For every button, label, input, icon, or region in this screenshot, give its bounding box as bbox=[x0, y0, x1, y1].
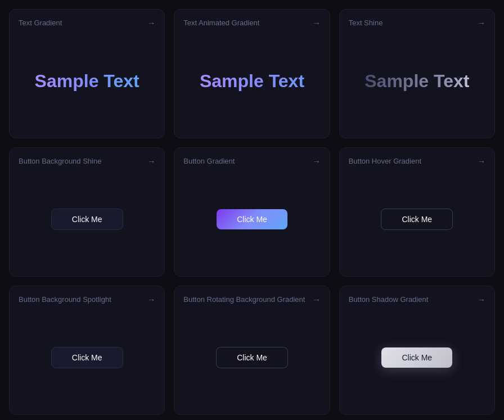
card-title-text-gradient: Text Gradient bbox=[19, 19, 62, 27]
card-text-gradient: Text Gradient→Sample Text bbox=[9, 9, 165, 138]
card-content-text-gradient: Sample Text bbox=[19, 28, 155, 129]
arrow-icon-button-background-shine[interactable]: → bbox=[147, 157, 155, 166]
demo-button-button-gradient[interactable]: Click Me bbox=[217, 209, 287, 229]
card-button-hover-gradient: Button Hover Gradient→Click Me bbox=[339, 147, 495, 277]
arrow-icon-button-hover-gradient[interactable]: → bbox=[478, 157, 485, 166]
card-content-text-shine: Sample Text bbox=[349, 28, 485, 129]
card-content-button-rotating-background-gradient: Click Me bbox=[183, 304, 320, 405]
arrow-icon-text-animated-gradient[interactable]: → bbox=[313, 19, 321, 28]
card-button-gradient: Button Gradient→Click Me bbox=[174, 147, 330, 277]
demo-button-button-rotating-background-gradient[interactable]: Click Me bbox=[216, 347, 288, 368]
card-button-rotating-background-gradient: Button Rotating Background Gradient→Clic… bbox=[174, 286, 330, 415]
demo-button-button-background-shine[interactable]: Click Me bbox=[51, 209, 123, 230]
arrow-icon-button-gradient[interactable]: → bbox=[313, 157, 321, 166]
demo-button-button-shadow-gradient[interactable]: Click Me bbox=[381, 347, 452, 368]
demo-text-text-animated-gradient: Sample Text bbox=[200, 71, 304, 92]
card-title-text-shine: Text Shine bbox=[349, 19, 383, 27]
card-text-shine: Text Shine→Sample Text bbox=[339, 9, 495, 138]
arrow-icon-button-background-spotlight[interactable]: → bbox=[147, 295, 155, 304]
card-text-animated-gradient: Text Animated Gradient→Sample Text bbox=[174, 9, 330, 138]
demo-button-button-hover-gradient[interactable]: Click Me bbox=[381, 209, 453, 230]
card-button-background-spotlight: Button Background Spotlight→Click Me bbox=[9, 286, 165, 415]
card-header-button-background-shine: Button Background Shine→ bbox=[19, 157, 155, 166]
card-title-button-background-shine: Button Background Shine bbox=[19, 157, 101, 165]
card-header-button-gradient: Button Gradient→ bbox=[183, 157, 320, 166]
arrow-icon-button-rotating-background-gradient[interactable]: → bbox=[313, 295, 321, 304]
card-button-shadow-gradient: Button Shadow Gradient→Click Me bbox=[339, 286, 495, 415]
card-title-button-background-spotlight: Button Background Spotlight bbox=[19, 295, 111, 304]
card-header-button-rotating-background-gradient: Button Rotating Background Gradient→ bbox=[183, 295, 320, 304]
card-button-background-shine: Button Background Shine→Click Me bbox=[9, 147, 165, 277]
card-content-button-hover-gradient: Click Me bbox=[349, 166, 485, 267]
card-title-button-rotating-background-gradient: Button Rotating Background Gradient bbox=[183, 295, 305, 304]
arrow-icon-text-gradient[interactable]: → bbox=[147, 19, 155, 28]
card-header-text-gradient: Text Gradient→ bbox=[19, 19, 155, 28]
card-content-button-background-shine: Click Me bbox=[19, 166, 155, 267]
card-title-text-animated-gradient: Text Animated Gradient bbox=[183, 19, 259, 27]
card-content-button-gradient: Click Me bbox=[183, 166, 320, 267]
card-header-button-hover-gradient: Button Hover Gradient→ bbox=[349, 157, 485, 166]
card-content-button-shadow-gradient: Click Me bbox=[349, 304, 485, 405]
arrow-icon-button-shadow-gradient[interactable]: → bbox=[478, 295, 485, 304]
demo-text-text-shine: Sample Text bbox=[364, 71, 469, 92]
card-content-text-animated-gradient: Sample Text bbox=[183, 28, 320, 129]
card-header-button-shadow-gradient: Button Shadow Gradient→ bbox=[349, 295, 485, 304]
demo-text-text-gradient: Sample Text bbox=[35, 71, 140, 92]
card-content-button-background-spotlight: Click Me bbox=[19, 304, 155, 405]
card-title-button-gradient: Button Gradient bbox=[183, 157, 235, 165]
card-title-button-hover-gradient: Button Hover Gradient bbox=[349, 157, 421, 165]
card-header-text-shine: Text Shine→ bbox=[349, 19, 485, 28]
card-header-text-animated-gradient: Text Animated Gradient→ bbox=[183, 19, 320, 28]
card-grid: Text Gradient→Sample TextText Animated G… bbox=[9, 9, 495, 415]
card-header-button-background-spotlight: Button Background Spotlight→ bbox=[19, 295, 155, 304]
card-title-button-shadow-gradient: Button Shadow Gradient bbox=[349, 295, 429, 304]
arrow-icon-text-shine[interactable]: → bbox=[478, 19, 485, 28]
demo-button-button-background-spotlight[interactable]: Click Me bbox=[51, 347, 123, 368]
